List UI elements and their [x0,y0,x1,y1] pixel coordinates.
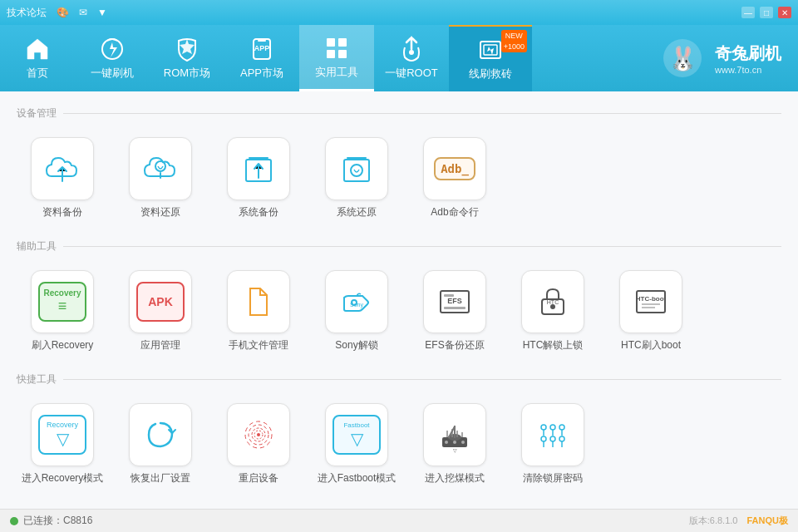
tech-forum-link[interactable]: 技术论坛 [7,6,47,20]
tool-sys-restore[interactable]: 系统还原 [311,131,402,226]
svg-rect-3 [327,38,335,47]
tool-icon-reboot [227,403,290,466]
tool-apk[interactable]: APK 应用管理 [115,264,206,359]
status-right: 版本:6.8.1.0 FANQU极 [689,515,788,527]
tool-label-sys-restore: 系统还原 [337,205,377,219]
title-bar: 技术论坛 🎨 ✉ ▼ — □ ✕ [0,0,798,25]
tool-label-clear-lock: 清除锁屏密码 [523,471,583,485]
tool-reboot[interactable]: 重启设备 [213,397,304,492]
tool-icon-factory-reset [129,403,192,466]
sys-restore-icon [336,148,377,190]
tool-adb[interactable]: Adb_ Adb命令行 [409,131,500,226]
tool-icon-adb: Adb_ [423,137,486,200]
apk-label: APK [136,282,185,322]
svg-text:▽: ▽ [453,448,457,453]
svg-point-37 [550,425,555,430]
skin-icon[interactable]: 🎨 [57,7,69,18]
tool-icon-sys-backup [227,137,290,200]
factory-reset-icon [140,415,180,455]
version-label: 版本:6.8.1.0 [689,515,738,525]
recovery-label: Recovery ≡ [38,282,86,322]
nav-label-line: 线刷救砖 [469,66,512,81]
clear-lock-icon [532,414,574,456]
flash-icon [99,36,126,62]
tools-icon [323,35,350,62]
tool-label-sony: Sony解锁 [335,338,377,352]
tool-enter-recovery[interactable]: Recovery ▽ 进入Recovery模式 [17,397,108,492]
expand-icon[interactable]: ▼ [97,7,107,18]
nav-item-flash[interactable]: 一键刷机 [75,25,150,91]
rom-icon [174,36,200,62]
tool-sys-backup[interactable]: 系统备份 [213,131,304,226]
minimize-button[interactable]: — [741,7,755,18]
tool-label-htcboot: HTC刷入boot [621,338,681,352]
svg-text:EFS: EFS [447,297,462,305]
nav-item-home[interactable]: 首页 [0,25,75,91]
rabbit-icon: 🐰 [663,39,702,77]
nav-bar: 首页 一键刷机 ROM市场 APP APP市场 实 [0,25,798,91]
tool-clear-lock[interactable]: 清除锁屏密码 [507,397,598,492]
tool-htcboot[interactable]: HTC-boot HTC刷入boot [605,264,697,359]
logo-sub: www.7to.cn [715,65,781,75]
file-icon [240,283,277,320]
tool-grid-device: 资料备份 资料还原 系统备份 [17,124,781,233]
close-button[interactable]: ✕ [778,7,791,18]
tool-label-mining: 进入挖煤模式 [425,471,485,485]
title-bar-left: 技术论坛 🎨 ✉ ▼ [7,6,107,20]
tool-backup[interactable]: 资料备份 [17,131,108,226]
svg-text:APP: APP [254,44,270,52]
tool-label-reboot: 重启设备 [239,471,278,485]
nav-label-flash: 一键刷机 [91,66,134,81]
nav-item-rom[interactable]: ROM市场 [150,25,224,91]
connection-dot [10,517,18,525]
tool-fastboot[interactable]: Fastboot ▽ 进入Fastboot模式 [311,397,402,492]
svg-point-33 [453,441,456,444]
tool-filemanager[interactable]: 手机文件管理 [213,264,304,359]
logo-text: 奇兔刷机 [715,42,781,65]
app-icon: APP [249,36,275,62]
home-icon [24,36,51,62]
sys-backup-icon [238,148,279,190]
tool-grid-assist: Recovery ≡ 刷入Recovery APK 应用管理 手机文件管理 [17,257,781,366]
nav-logo: 🐰 奇兔刷机 www.7to.cn [647,25,798,91]
cloud-up-icon [42,148,83,190]
tool-efs[interactable]: EFS EFS备份还原 [409,264,500,359]
svg-point-13 [351,165,362,176]
tool-icon-htc-unlock: HTC [521,270,584,333]
nav-item-app[interactable]: APP APP市场 [224,25,299,91]
tool-sony[interactable]: Sony Sony解锁 [311,264,402,359]
tool-icon-backup [31,137,94,200]
tool-icon-apk: APK [129,270,192,333]
nav-item-root[interactable]: 一键ROOT [374,25,449,91]
nav-item-line[interactable]: NEW+1000 线刷救砖 [449,25,532,91]
htc-icon: HTC [532,281,574,323]
svg-point-7 [409,50,414,55]
tool-restore[interactable]: 资料还原 [115,131,206,226]
svg-text:HTC-boot: HTC-boot [636,295,667,303]
restore-button[interactable]: □ [760,7,773,18]
nav-item-tools[interactable]: 实用工具 [299,25,374,91]
msg-icon[interactable]: ✉ [79,7,87,18]
svg-point-38 [559,425,564,430]
new-badge: NEW+1000 [501,30,527,52]
tool-htc-unlock[interactable]: HTC HTC解锁上锁 [507,264,598,359]
tool-mining[interactable]: ▽ 进入挖煤模式 [409,397,500,492]
root-icon [398,36,425,62]
status-bar: 已连接：C8816 版本:6.8.1.0 FANQU极 [0,509,798,532]
tool-icon-efs: EFS [423,270,486,333]
sony-icon: Sony [336,281,377,323]
tool-label-htc-unlock: HTC解锁上锁 [523,338,584,352]
svg-point-44 [559,436,564,441]
tool-factory-reset[interactable]: 恢复出厂设置 [115,397,206,492]
tool-recovery[interactable]: Recovery ≡ 刷入Recovery [17,264,108,359]
tool-label-adb: Adb命令行 [431,205,478,219]
section-quick: 快捷工具 [17,372,781,387]
connected-label: 已连接：C8816 [23,514,92,528]
tool-icon-restore [129,137,192,200]
tool-icon-filemanager [227,270,290,333]
tool-label-recovery: 刷入Recovery [32,338,94,352]
svg-point-32 [445,441,448,444]
svg-point-25 [257,433,260,436]
cloud-down-icon [140,148,181,190]
nav-label-tools: 实用工具 [315,65,358,80]
